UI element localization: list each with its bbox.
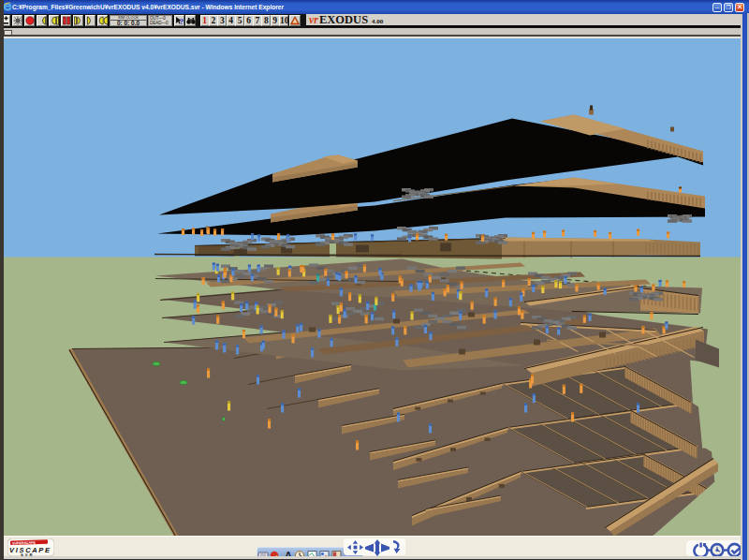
svg-text:?: ? (180, 16, 184, 25)
